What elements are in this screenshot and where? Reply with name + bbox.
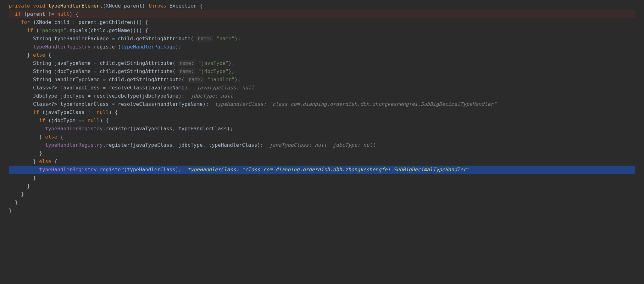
- condition: (jdbcType ==: [45, 117, 88, 123]
- brace: ) {: [109, 109, 118, 115]
- code-line[interactable]: } else {: [9, 51, 635, 59]
- brace: }: [9, 207, 12, 213]
- var-decl: Class<?> typeHandlerClass = resolveClass…: [33, 101, 215, 107]
- field-ref: typeHandlerRegistry: [45, 126, 103, 132]
- string-literal: "javaType": [195, 60, 229, 66]
- method-call: .register(javaTypeClass, jdbcType, typeH…: [103, 142, 269, 148]
- code-line[interactable]: private void typeHandlerElement(XNode pa…: [9, 2, 635, 10]
- code-line[interactable]: for (XNode child : parent.getChildren())…: [9, 18, 635, 26]
- brace: }: [39, 134, 45, 140]
- keyword-null: null: [57, 11, 69, 17]
- code-line[interactable]: typeHandlerRegistry.register(javaTypeCla…: [9, 125, 635, 133]
- string-literal: "handler": [204, 77, 235, 82]
- var-decl: String javaTypeName = child.getStringAtt…: [33, 60, 178, 66]
- keyword-else: else: [33, 52, 45, 58]
- paren: (: [33, 27, 39, 33]
- brace: {: [57, 134, 63, 140]
- brace: }: [27, 52, 33, 58]
- code-line[interactable]: String jdbcTypeName = child.getStringAtt…: [9, 67, 635, 76]
- keyword-for: for: [21, 19, 30, 25]
- code-line[interactable]: String handlerTypeName = child.getString…: [9, 76, 635, 84]
- code-line[interactable]: }: [9, 182, 635, 190]
- method-params: (XNode parent): [103, 3, 145, 9]
- code-line[interactable]: if (parent != null) {: [9, 10, 635, 18]
- brace: }: [39, 150, 42, 156]
- keyword-if: if: [15, 11, 21, 17]
- method-call: .equals(child.getName())) {: [66, 27, 148, 33]
- var-decl: String jdbcTypeName = child.getStringAtt…: [33, 68, 178, 74]
- method-call: .register(typeHandlerClass);: [97, 167, 187, 173]
- code-line[interactable]: }: [9, 198, 635, 207]
- param-hint: name:: [178, 60, 195, 66]
- inline-debug-value: javaTypeClass: null jdbcType: null: [269, 142, 375, 148]
- code-line-current-execution[interactable]: typeHandlerRegistry.register(typeHandler…: [9, 166, 635, 174]
- param-hint: name:: [197, 36, 213, 42]
- var-decl: String handlerTypeName = child.getString…: [33, 77, 187, 82]
- code-line[interactable]: String typeHandlerPackage = child.getStr…: [9, 35, 635, 43]
- for-expr: (XNode child : parent.getChildren()) {: [30, 19, 148, 25]
- var-decl: JdbcType jdbcType = resolveJdbcType(jdbc…: [33, 93, 191, 99]
- field-ref: typeHandlerRegistry: [39, 167, 97, 173]
- code-line[interactable]: } else {: [9, 157, 635, 166]
- field-ref: typeHandlerRegistry: [33, 44, 91, 50]
- code-line[interactable]: if (javaTypeClass != null) {: [9, 108, 635, 116]
- semicolon: );: [175, 44, 181, 50]
- field-ref: typeHandlerRegistry: [45, 142, 103, 148]
- brace: {: [45, 52, 51, 58]
- keyword-throws: throws: [148, 3, 166, 9]
- inline-debug-value: typeHandlerClass: "class com.dianping.or…: [215, 101, 497, 107]
- semicolon: );: [235, 36, 241, 42]
- brace: ) {: [100, 117, 109, 123]
- string-literal: "package": [39, 27, 66, 33]
- code-line[interactable]: if (jdbcType == null) {: [9, 116, 635, 125]
- keyword-void: void: [33, 3, 45, 9]
- condition: (parent !=: [21, 11, 58, 17]
- method-call: .register(: [91, 44, 121, 50]
- keyword-null: null: [87, 117, 100, 123]
- brace: ) {: [69, 11, 79, 17]
- code-line[interactable]: }: [9, 190, 635, 198]
- keyword-if: if: [27, 27, 33, 33]
- string-literal: "name": [213, 36, 234, 42]
- code-line[interactable]: Class<?> javaTypeClass = resolveClass(ja…: [9, 84, 635, 92]
- method-call: .register(javaTypeClass, typeHandlerClas…: [103, 126, 233, 132]
- keyword-if: if: [33, 109, 39, 115]
- semicolon: );: [235, 77, 241, 82]
- code-line[interactable]: } else {: [9, 133, 635, 141]
- code-line[interactable]: JdbcType jdbcType = resolveJdbcType(jdbc…: [9, 92, 635, 100]
- code-line[interactable]: typeHandlerRegistry.register(typeHandler…: [9, 43, 635, 51]
- code-line[interactable]: }: [9, 174, 635, 182]
- inline-debug-value: javaTypeClass: null: [197, 85, 254, 91]
- semicolon: );: [229, 60, 235, 66]
- brace: }: [27, 183, 30, 189]
- keyword-if: if: [39, 117, 45, 123]
- brace: }: [33, 158, 39, 164]
- keyword-null: null: [97, 109, 109, 115]
- code-line[interactable]: }: [9, 149, 635, 157]
- inline-debug-value: jdbcType: null: [191, 93, 233, 99]
- method-name: typeHandlerElement: [48, 3, 103, 9]
- var-decl: String typeHandlerPackage = child.getStr…: [33, 36, 197, 42]
- keyword-else: else: [39, 158, 51, 164]
- brace: }: [33, 175, 36, 181]
- param-hint: name:: [178, 68, 195, 75]
- keyword-private: private: [9, 3, 30, 9]
- code-line[interactable]: if ("package".equals(child.getName())) {: [9, 26, 635, 35]
- code-line[interactable]: }: [9, 207, 635, 215]
- brace: {: [51, 158, 57, 164]
- code-line[interactable]: String javaTypeName = child.getStringAtt…: [9, 59, 635, 67]
- condition: (javaTypeClass !=: [39, 109, 97, 115]
- variable-link[interactable]: typeHandlerPackage: [121, 44, 175, 50]
- brace: }: [21, 191, 24, 197]
- semicolon: );: [229, 68, 235, 74]
- inline-debug-value: typeHandlerClass: "class com.dianping.or…: [187, 167, 469, 173]
- keyword-else: else: [45, 134, 58, 140]
- code-line[interactable]: Class<?> typeHandlerClass = resolveClass…: [9, 100, 635, 108]
- code-line[interactable]: typeHandlerRegistry.register(javaTypeCla…: [9, 141, 635, 149]
- code-editor[interactable]: private void typeHandlerElement(XNode pa…: [0, 0, 644, 217]
- brace: }: [15, 199, 18, 205]
- param-hint: name:: [187, 77, 204, 83]
- exception-decl: Exception {: [169, 3, 203, 9]
- var-decl: Class<?> javaTypeClass = resolveClass(ja…: [33, 85, 197, 91]
- string-literal: "jdbcType": [195, 68, 229, 74]
